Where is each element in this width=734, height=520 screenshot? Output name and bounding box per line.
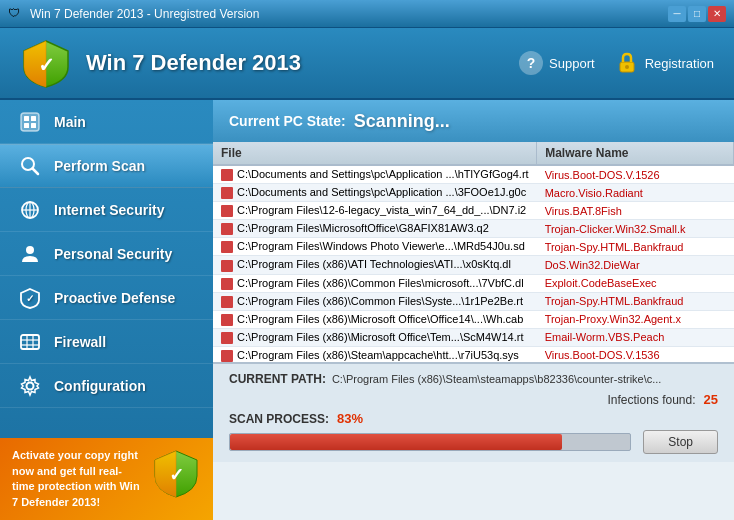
malware-cell: Trojan-Proxy.Win32.Agent.x — [537, 310, 734, 328]
file-icon — [221, 169, 233, 181]
table-row: C:\Program Files (x86)\Microsoft Office\… — [213, 328, 734, 346]
registration-button[interactable]: Registration — [615, 51, 714, 75]
file-cell: C:\Program Files\12-6-legacy_vista_win7_… — [213, 202, 537, 220]
file-icon — [221, 205, 233, 217]
table-row: C:\Program Files (x86)\Common Files\micr… — [213, 274, 734, 292]
minimize-button[interactable]: ─ — [668, 6, 686, 22]
scan-process-row: SCAN PROCESS: 83% — [229, 411, 718, 426]
header-right: ? Support Registration — [519, 51, 714, 75]
home-icon — [16, 108, 44, 136]
svg-point-14 — [26, 246, 34, 254]
col-file-header: File — [213, 142, 537, 165]
svg-rect-6 — [24, 123, 29, 128]
globe-icon — [16, 196, 44, 224]
file-cell: C:\Documents and Settings\pc\Application… — [213, 184, 537, 202]
sidebar-item-label: Internet Security — [54, 202, 164, 218]
promo-text: Activate your copy right now and get ful… — [12, 448, 143, 510]
sidebar-promo[interactable]: Activate your copy right now and get ful… — [0, 438, 213, 520]
malware-cell: Trojan-Spy.HTML.Bankfraud — [537, 292, 734, 310]
state-bar: Current PC State: Scanning... — [213, 100, 734, 142]
scan-process-label: SCAN PROCESS: — [229, 412, 329, 426]
stop-button[interactable]: Stop — [643, 430, 718, 454]
file-icon — [221, 278, 233, 290]
file-icon — [221, 314, 233, 326]
file-icon — [221, 350, 233, 362]
svg-text:✓: ✓ — [169, 465, 184, 485]
scan-table-scroll[interactable]: File Malware Name C:\Documents and Setti… — [213, 142, 734, 362]
table-row: C:\Program Files\Windows Photo Viewer\e.… — [213, 238, 734, 256]
table-row: C:\Program Files (x86)\Microsoft Office\… — [213, 310, 734, 328]
person-icon — [16, 240, 44, 268]
help-icon: ? — [519, 51, 543, 75]
close-button[interactable]: ✕ — [708, 6, 726, 22]
malware-cell: Macro.Visio.Radiant — [537, 184, 734, 202]
current-path-value: C:\Program Files (x86)\Steam\steamapps\b… — [332, 373, 662, 385]
bottom-area: CURRENT PATH: C:\Program Files (x86)\Ste… — [213, 362, 734, 462]
titlebar-title: Win 7 Defender 2013 - Unregistred Versio… — [30, 7, 259, 21]
sidebar-item-label: Firewall — [54, 334, 106, 350]
app-logo: ✓ — [20, 37, 72, 89]
table-row: C:\Documents and Settings\pc\Application… — [213, 165, 734, 184]
table-row: C:\Documents and Settings\pc\Application… — [213, 184, 734, 202]
file-cell: C:\Program Files\MicrosoftOffice\G8AFIX8… — [213, 220, 537, 238]
header-left: ✓ Win 7 Defender 2013 — [20, 37, 301, 89]
scan-percent: 83% — [337, 411, 363, 426]
file-cell: C:\Program Files (x86)\Common Files\Syst… — [213, 292, 537, 310]
promo-logo: ✓ — [151, 448, 201, 498]
maximize-button[interactable]: □ — [688, 6, 706, 22]
svg-rect-4 — [24, 116, 29, 121]
file-cell: C:\Program Files\Windows Photo Viewer\e.… — [213, 238, 537, 256]
titlebar-controls: ─ □ ✕ — [668, 6, 726, 22]
file-icon — [221, 332, 233, 344]
table-row: C:\Program Files (x86)\Common Files\Syst… — [213, 292, 734, 310]
gear-icon — [16, 372, 44, 400]
file-cell: C:\Program Files (x86)\Microsoft Office\… — [213, 310, 537, 328]
progress-bar-fill — [230, 434, 562, 450]
support-label: Support — [549, 56, 595, 71]
shield-icon: ✓ — [16, 284, 44, 312]
infections-count: 25 — [704, 392, 718, 407]
malware-cell: Email-Worm.VBS.Peach — [537, 328, 734, 346]
file-icon — [221, 223, 233, 235]
sidebar-item-proactive-defense[interactable]: ✓ Proactive Defense — [0, 276, 213, 320]
table-row: C:\Program Files\12-6-legacy_vista_win7_… — [213, 202, 734, 220]
scan-icon — [16, 152, 44, 180]
sidebar-item-label: Personal Security — [54, 246, 172, 262]
content-area: Current PC State: Scanning... File Malwa… — [213, 100, 734, 520]
scan-table-container: File Malware Name C:\Documents and Setti… — [213, 142, 734, 362]
scan-results-body: C:\Documents and Settings\pc\Application… — [213, 165, 734, 362]
app-title: Win 7 Defender 2013 — [86, 50, 301, 76]
current-path-row: CURRENT PATH: C:\Program Files (x86)\Ste… — [229, 372, 718, 386]
file-cell: C:\Documents and Settings\pc\Application… — [213, 165, 537, 184]
sidebar-item-configuration[interactable]: Configuration — [0, 364, 213, 408]
main-layout: Main Perform Scan Internet S — [0, 100, 734, 520]
infections-row: Infections found: 25 — [229, 392, 718, 407]
svg-rect-3 — [21, 113, 39, 131]
firewall-icon — [16, 328, 44, 356]
svg-line-9 — [33, 169, 39, 175]
malware-cell: Virus.BAT.8Fish — [537, 202, 734, 220]
support-button[interactable]: ? Support — [519, 51, 595, 75]
svg-text:✓: ✓ — [26, 293, 34, 304]
sidebar-item-perform-scan[interactable]: Perform Scan — [0, 144, 213, 188]
progress-and-stop: Stop — [229, 430, 718, 454]
file-icon — [221, 241, 233, 253]
malware-cell: Virus.Boot-DOS.V.1536 — [537, 346, 734, 362]
scan-results-table: File Malware Name C:\Documents and Setti… — [213, 142, 734, 362]
infections-label: Infections found: — [607, 393, 695, 407]
svg-point-21 — [27, 382, 34, 389]
sidebar-item-personal-security[interactable]: Personal Security — [0, 232, 213, 276]
sidebar-item-label: Perform Scan — [54, 158, 145, 174]
sidebar-item-main[interactable]: Main — [0, 100, 213, 144]
current-path-label: CURRENT PATH: — [229, 372, 326, 386]
header: ✓ Win 7 Defender 2013 ? Support Registra… — [0, 28, 734, 100]
table-header-row: File Malware Name — [213, 142, 734, 165]
file-icon — [221, 296, 233, 308]
sidebar-item-label: Main — [54, 114, 86, 130]
col-malware-header: Malware Name — [537, 142, 734, 165]
sidebar-item-firewall[interactable]: Firewall — [0, 320, 213, 364]
sidebar-item-internet-security[interactable]: Internet Security — [0, 188, 213, 232]
table-row: C:\Program Files\MicrosoftOffice\G8AFIX8… — [213, 220, 734, 238]
titlebar-app-icon: 🛡 — [8, 6, 24, 22]
svg-text:✓: ✓ — [38, 54, 55, 76]
